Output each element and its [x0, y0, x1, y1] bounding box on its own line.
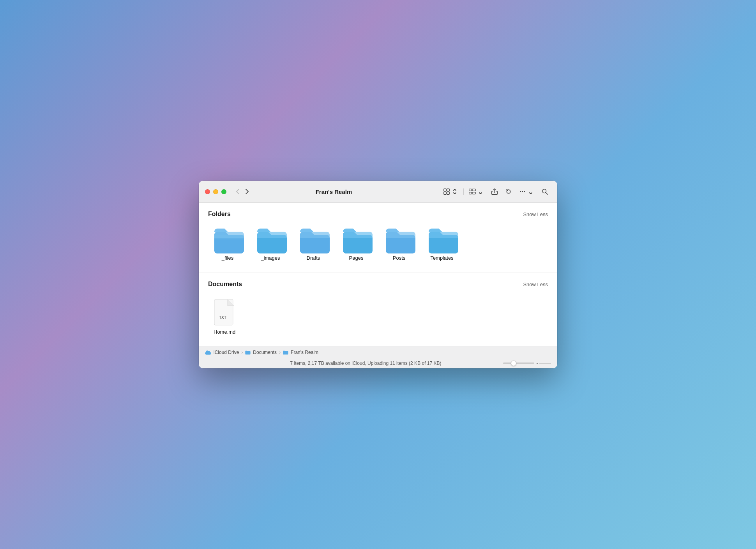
folder-icon-pages	[342, 229, 370, 252]
folder-name-posts: Posts	[393, 255, 406, 261]
svg-point-12	[542, 189, 546, 193]
divider-1	[463, 188, 464, 195]
svg-rect-5	[472, 189, 475, 191]
svg-point-11	[524, 191, 525, 192]
icloud-label: iCloud Drive	[214, 350, 239, 355]
folder-icon-images	[256, 229, 284, 252]
status-text: 7 items, 2,17 TB available on iCloud, Up…	[228, 361, 503, 366]
maximize-button[interactable]	[221, 189, 226, 194]
close-button[interactable]	[205, 189, 210, 194]
folder-icon-files	[214, 229, 242, 252]
doc-item-homemd[interactable]: TXT Home.md	[208, 295, 241, 339]
folder-icon-posts	[385, 229, 413, 252]
content-area: Folders Show Less _files	[199, 203, 557, 347]
status-info-bar: 7 items, 2,17 TB available on iCloud, Up…	[199, 358, 557, 368]
minimize-button[interactable]	[213, 189, 218, 194]
folder-breadcrumb-icon-2	[283, 350, 288, 355]
window-title: Fran's Realm	[232, 188, 436, 195]
folder-name-drafts: Drafts	[307, 255, 320, 261]
slider-thumb	[511, 361, 516, 366]
documents-show-less-button[interactable]: Show Less	[523, 282, 548, 287]
folders-title: Folders	[208, 211, 231, 218]
breadcrumb-frans-realm[interactable]: Fran's Realm	[283, 350, 318, 355]
breadcrumb-icloud[interactable]: iCloud Drive	[205, 350, 239, 355]
search-button[interactable]	[539, 186, 551, 197]
title-bar: Fran's Realm	[199, 181, 557, 203]
svg-rect-2	[444, 192, 446, 194]
icloud-icon	[205, 350, 211, 355]
svg-text:TXT: TXT	[219, 315, 226, 320]
folder-name-templates: Templates	[430, 255, 453, 261]
folders-grid: _files _images	[208, 225, 548, 265]
toolbar-right	[440, 186, 551, 197]
share-button[interactable]	[488, 186, 501, 197]
folder-name-files: _files	[222, 255, 233, 261]
folders-section: Folders Show Less _files	[199, 203, 557, 273]
documents-breadcrumb-label: Documents	[253, 350, 277, 355]
folders-section-header: Folders Show Less	[208, 211, 548, 218]
status-bar: iCloud Drive › Documents › Fran's Realm …	[199, 347, 557, 368]
doc-icon-homemd: TXT	[214, 299, 235, 326]
folders-show-less-button[interactable]: Show Less	[523, 211, 548, 217]
documents-title: Documents	[208, 281, 242, 288]
folder-icon-drafts	[299, 229, 327, 252]
svg-rect-1	[447, 189, 449, 191]
svg-rect-4	[469, 189, 472, 191]
svg-point-8	[507, 190, 508, 191]
folder-breadcrumb-icon-1	[245, 350, 251, 355]
svg-rect-6	[469, 192, 472, 194]
documents-section-header: Documents Show Less	[208, 281, 548, 288]
finder-window: Fran's Realm	[199, 181, 557, 368]
breadcrumb-sep-1: ›	[241, 350, 243, 355]
zoom-slider[interactable]	[503, 362, 551, 364]
view-grid-button[interactable]	[440, 186, 461, 197]
documents-grid: TXT Home.md	[208, 295, 548, 339]
svg-point-10	[522, 191, 523, 192]
folder-item-templates[interactable]: Templates	[422, 225, 461, 265]
more-button[interactable]	[516, 186, 537, 197]
svg-rect-3	[447, 192, 449, 194]
breadcrumb-bar: iCloud Drive › Documents › Fran's Realm	[199, 347, 557, 358]
view-options-button[interactable]	[466, 186, 487, 197]
folder-item-files[interactable]: _files	[208, 225, 247, 265]
folder-item-drafts[interactable]: Drafts	[294, 225, 333, 265]
svg-rect-7	[472, 192, 475, 194]
folder-icon-templates	[428, 229, 456, 252]
breadcrumb-documents[interactable]: Documents	[245, 350, 277, 355]
slider-track	[503, 362, 534, 364]
folder-item-posts[interactable]: Posts	[380, 225, 419, 265]
svg-point-9	[520, 191, 521, 192]
documents-section: Documents Show Less TXT	[199, 273, 557, 347]
folder-item-images[interactable]: _images	[251, 225, 290, 265]
folder-item-pages[interactable]: Pages	[337, 225, 376, 265]
folder-name-images: _images	[261, 255, 280, 261]
frans-realm-breadcrumb-label: Fran's Realm	[291, 350, 318, 355]
tag-button[interactable]	[502, 186, 515, 197]
doc-name-homemd: Home.md	[214, 329, 235, 335]
svg-rect-0	[444, 189, 446, 191]
traffic-lights	[205, 189, 226, 194]
folder-name-pages: Pages	[349, 255, 364, 261]
breadcrumb-sep-2: ›	[279, 350, 281, 355]
